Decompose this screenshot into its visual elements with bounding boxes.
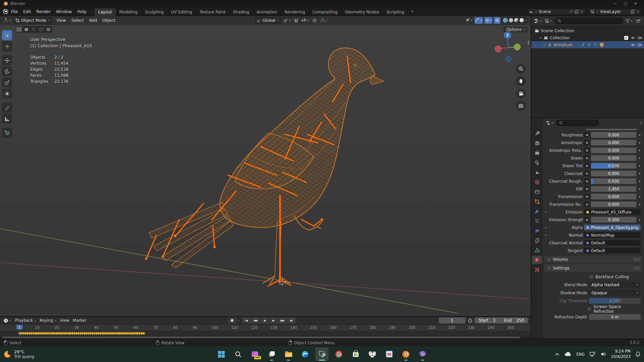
value-slider[interactable]: 0.000 bbox=[591, 140, 636, 145]
animation-data-icon[interactable] bbox=[593, 43, 597, 47]
shading-options-dropdown[interactable]: ∨ bbox=[525, 19, 527, 22]
workspace-tab-animation[interactable]: Animation bbox=[253, 8, 281, 16]
blender-taskbar-button[interactable] bbox=[399, 348, 413, 361]
value-slider[interactable]: 0.000 bbox=[591, 171, 636, 176]
chrome-button[interactable] bbox=[332, 348, 345, 361]
prop-row-sheen-tint[interactable]: Sheen Tint0.500 bbox=[544, 162, 641, 169]
view-layer-selector[interactable]: ∨ ViewLayer × bbox=[589, 8, 641, 15]
animate-property-button[interactable] bbox=[584, 163, 590, 169]
value-slider[interactable]: 0.000 bbox=[591, 155, 636, 161]
toggle-ortho-button[interactable] bbox=[516, 101, 526, 111]
jump-to-end-button[interactable]: ▶| bbox=[287, 317, 296, 323]
outliner-row-collection[interactable]: ▾ Collection ✓ bbox=[531, 34, 644, 41]
task-view-button[interactable] bbox=[265, 348, 278, 361]
notifications-bell-icon[interactable] bbox=[635, 351, 641, 357]
select-lasso-button[interactable] bbox=[38, 26, 45, 33]
animate-property-button[interactable] bbox=[584, 147, 590, 153]
blend-mode-select[interactable]: Alpha Hashed∨ bbox=[589, 282, 641, 288]
pose-icon[interactable] bbox=[587, 43, 591, 47]
section-volume[interactable]: ▸Volume bbox=[544, 256, 642, 263]
viewport-menu-view[interactable]: View bbox=[54, 17, 68, 24]
tab-texture[interactable] bbox=[532, 265, 542, 274]
refraction-depth-field[interactable]: 0 m bbox=[589, 314, 641, 320]
wireframe-bird[interactable] bbox=[149, 48, 384, 285]
workspace-tab-compositing[interactable]: Compositing bbox=[309, 8, 341, 16]
prop-row-transmission[interactable]: Transmission0.000 bbox=[544, 193, 641, 200]
volume-icon[interactable] bbox=[600, 352, 606, 357]
properties-search-input[interactable] bbox=[556, 120, 599, 126]
language-indicator[interactable]: ENG bbox=[576, 352, 585, 357]
auto-keying-button[interactable] bbox=[228, 317, 236, 323]
animate-property-button[interactable] bbox=[584, 201, 590, 207]
value-slider[interactable]: 0.030 bbox=[591, 178, 636, 184]
outliner-row-armature[interactable]: ▸ Armature bbox=[531, 41, 644, 48]
texture-field[interactable]: Default bbox=[584, 248, 641, 253]
jump-to-start-button[interactable]: |◀ bbox=[242, 317, 251, 323]
xray-toggle[interactable] bbox=[494, 17, 500, 24]
start-button[interactable] bbox=[215, 348, 228, 361]
add-workspace-button[interactable]: + bbox=[408, 8, 417, 15]
pivot-point-button[interactable]: ∨ bbox=[283, 17, 291, 24]
value-slider[interactable]: 0.000 bbox=[591, 201, 636, 207]
blender-menu-icon[interactable] bbox=[3, 9, 8, 14]
tab-object-data[interactable] bbox=[532, 246, 542, 254]
overlays-toggle[interactable]: ∨ bbox=[484, 17, 493, 24]
duplicate-icon[interactable] bbox=[575, 10, 579, 14]
workspace-tab-texture-paint[interactable]: Texture Paint bbox=[196, 8, 229, 16]
taskbar-clock[interactable]: 9:24 PM 10/4/2023 bbox=[611, 349, 631, 359]
collection-checkbox[interactable]: ✓ bbox=[624, 36, 628, 40]
zoom-button[interactable] bbox=[516, 64, 526, 74]
fake-user-shield-icon[interactable] bbox=[600, 43, 604, 47]
outliner-filter-button[interactable]: ∨ bbox=[625, 18, 633, 24]
keyframe-diamond[interactable] bbox=[142, 332, 146, 335]
workspace-tab-layout[interactable]: Layout bbox=[95, 8, 116, 16]
viewport-menu-add[interactable]: Add bbox=[87, 17, 100, 24]
snipping-tool-button[interactable] bbox=[315, 348, 329, 361]
sidebar-collapse-arrow[interactable]: ❮ bbox=[527, 40, 530, 45]
timeline-menu-marker[interactable]: Marker bbox=[71, 318, 88, 323]
tab-view-layer[interactable] bbox=[532, 159, 542, 167]
editor-type-button[interactable]: ∨ bbox=[3, 17, 12, 24]
tab-render[interactable] bbox=[532, 139, 542, 147]
shading-rendered-button[interactable] bbox=[520, 18, 524, 22]
view-layer-name[interactable]: ViewLayer bbox=[600, 9, 629, 14]
prop-row-anisotropic-rota[interactable]: Anisotropic Rota...0.000 bbox=[544, 147, 641, 154]
backface-culling-checkbox[interactable] bbox=[589, 275, 593, 279]
prop-row-normal[interactable]: ▸NormalNormal/Map bbox=[544, 232, 641, 239]
next-keyframe-button[interactable]: ▶▶ bbox=[278, 317, 287, 323]
tab-material[interactable] bbox=[532, 256, 542, 264]
tab-output[interactable] bbox=[532, 149, 542, 157]
menu-render[interactable]: Render bbox=[34, 8, 53, 15]
hide-eye-icon[interactable] bbox=[631, 36, 635, 40]
tab-particles[interactable] bbox=[532, 217, 542, 225]
3d-viewport[interactable]: ∨ Object Mode ∨ ViewSelectAddObject Glob… bbox=[0, 16, 531, 316]
transform-orientation[interactable]: Global ∨ bbox=[255, 17, 281, 24]
pan-button[interactable] bbox=[516, 76, 526, 86]
timeline-editor-type-button[interactable]: ∨ bbox=[3, 317, 12, 324]
navigation-gizmo[interactable]: Z bbox=[494, 30, 521, 63]
taskbar-search-button[interactable] bbox=[231, 348, 245, 361]
workspace-tab-scripting[interactable]: Scripting bbox=[383, 8, 408, 16]
tab-object[interactable] bbox=[532, 197, 542, 205]
menu-edit[interactable]: Edit bbox=[20, 8, 34, 15]
gizmos-toggle[interactable]: ∨ bbox=[475, 17, 483, 24]
animate-property-button[interactable] bbox=[584, 171, 590, 176]
value-slider[interactable]: 0.500 bbox=[591, 163, 636, 169]
properties-editor-type-button[interactable]: ∨ bbox=[545, 120, 554, 126]
outliner-id-type-button[interactable]: ∨ bbox=[544, 18, 553, 24]
viber-button[interactable] bbox=[416, 348, 429, 361]
prop-row-tangent[interactable]: TangentDefault bbox=[544, 247, 641, 254]
texture-field[interactable]: Normal/Map bbox=[584, 232, 641, 238]
rotate-tool[interactable] bbox=[2, 66, 12, 76]
workspace-tab-modeling[interactable]: Modeling bbox=[116, 8, 142, 16]
animate-property-button[interactable] bbox=[584, 186, 590, 192]
scene-selector[interactable]: ∨ Scene × bbox=[527, 8, 585, 15]
animate-property-button[interactable] bbox=[584, 217, 590, 223]
viewport-menu-object[interactable]: Object bbox=[100, 17, 118, 24]
outliner-display-mode-button[interactable]: ∨ bbox=[534, 18, 542, 24]
workspace-tab-shading[interactable]: Shading bbox=[229, 8, 253, 16]
shading-material-button[interactable] bbox=[514, 18, 519, 22]
prop-row-sheen[interactable]: Sheen0.000 bbox=[544, 155, 641, 162]
close-button[interactable]: × bbox=[631, 0, 641, 7]
value-slider[interactable]: 0.300 bbox=[591, 217, 636, 223]
